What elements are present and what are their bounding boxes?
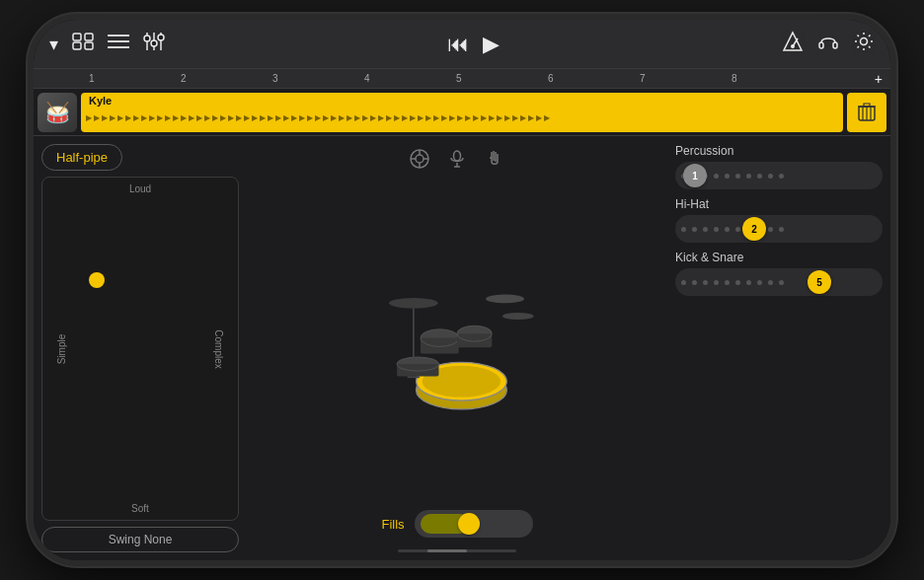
swing-button[interactable]: Swing None: [41, 527, 239, 552]
dropdown-icon[interactable]: ▾: [49, 34, 58, 55]
s-dot: [714, 280, 719, 285]
svg-rect-40: [457, 333, 492, 347]
list-icon[interactable]: [108, 34, 129, 54]
ruler: 1 2 3 4 5 6 7 8 +: [34, 69, 890, 89]
svg-rect-2: [85, 34, 93, 40]
fills-row: Fills: [381, 506, 532, 542]
play-icon[interactable]: ▶: [483, 32, 500, 57]
kicksnare-dots: [681, 280, 877, 285]
s-dot: [746, 280, 751, 285]
s-dot: [757, 280, 762, 285]
svg-point-25: [416, 155, 424, 163]
s-dot: [692, 280, 697, 285]
preset-button[interactable]: Half-pipe: [41, 144, 122, 171]
s-dot: [703, 227, 708, 232]
left-panel: Half-pipe Loud Soft Simple Complex Swing…: [41, 144, 239, 552]
s-dot: [714, 174, 719, 179]
ruler-num-6: 6: [546, 73, 638, 84]
s-dot: [735, 280, 740, 285]
metronome-icon[interactable]: [782, 31, 804, 57]
s-dot: [725, 174, 730, 179]
svg-point-15: [791, 44, 795, 48]
s-dot: [768, 174, 773, 179]
headphones-icon[interactable]: [817, 31, 839, 57]
track-lane[interactable]: Kyle ▶▶▶ ▶▶▶ ▶▶▶ ▶▶▶ ▶▶▶ ▶▶▶ ▶▶▶ ▶▶▶ ▶▶▶…: [81, 93, 843, 132]
svg-point-34: [486, 294, 524, 303]
drum-settings-icon[interactable]: [409, 148, 430, 175]
ruler-num-3: 3: [270, 73, 362, 84]
hand-icon[interactable]: [484, 148, 505, 175]
s-dot: [681, 227, 686, 232]
fills-toggle[interactable]: [415, 510, 533, 538]
toolbar-center: ⏮ ▶: [447, 32, 500, 57]
svg-point-12: [158, 35, 164, 40]
svg-rect-17: [833, 42, 837, 48]
svg-point-18: [861, 38, 868, 45]
toolbar: ▾: [34, 20, 890, 69]
track-name: Kyle: [89, 95, 112, 107]
gear-icon[interactable]: [853, 31, 875, 57]
center-panel: Fills: [247, 144, 667, 552]
kicksnare-slider[interactable]: 5: [675, 268, 883, 296]
percussion-slider[interactable]: 1: [675, 162, 883, 189]
s-dot: [779, 174, 784, 179]
svg-point-10: [144, 36, 150, 41]
hihat-label: Hi-Hat: [675, 197, 883, 211]
ruler-numbers: 1 2 3 4 5 6 7 8: [87, 69, 821, 88]
mixer-icon[interactable]: [143, 33, 165, 55]
view1-icon[interactable]: [72, 33, 94, 55]
fills-label: Fills: [381, 517, 404, 532]
pad-dot[interactable]: [89, 272, 105, 288]
track-thumb-image: 🥁: [38, 93, 77, 132]
drum-kit-visual: [247, 184, 667, 500]
rewind-icon[interactable]: ⏮: [447, 32, 469, 57]
ruler-num-8: 8: [730, 73, 821, 84]
s-dot: [757, 174, 762, 179]
svg-point-30: [454, 151, 461, 161]
s-dot: [746, 174, 751, 179]
pad-label-soft: Soft: [131, 503, 149, 514]
kicksnare-knob[interactable]: 5: [808, 270, 831, 294]
ruler-num-5: 5: [454, 73, 546, 84]
phone-frame: ▾: [28, 14, 896, 566]
track-thumbnail[interactable]: 🥁: [38, 93, 77, 132]
s-dot: [768, 227, 773, 232]
svg-rect-37: [421, 338, 459, 354]
s-dot: [779, 280, 784, 285]
pad-grid[interactable]: Loud Soft Simple Complex: [41, 177, 239, 521]
phone-screen: ▾: [34, 20, 890, 560]
ruler-num-7: 7: [638, 73, 730, 84]
svg-rect-1: [73, 42, 81, 49]
add-track-icon[interactable]: +: [875, 71, 883, 87]
s-dot: [768, 280, 773, 285]
svg-rect-16: [819, 42, 823, 48]
svg-rect-48: [397, 364, 438, 376]
percussion-knob[interactable]: 1: [683, 164, 707, 187]
ruler-num-2: 2: [179, 73, 270, 84]
svg-point-35: [502, 313, 534, 320]
toggle-knob: [458, 513, 480, 535]
hihat-slider[interactable]: 2: [675, 215, 883, 243]
fills-scrollbar-thumb: [427, 549, 467, 552]
hihat-knob[interactable]: 2: [742, 217, 766, 241]
hihat-section: Hi-Hat: [675, 197, 883, 243]
s-dot: [725, 280, 730, 285]
fills-scrollbar: [398, 549, 516, 552]
svg-point-11: [151, 40, 157, 46]
track-delete-button[interactable]: [847, 93, 886, 132]
s-dot: [692, 227, 697, 232]
drum-icons-row: [409, 144, 505, 179]
pad-label-simple: Simple: [56, 333, 67, 364]
s-dot: [681, 280, 686, 285]
svg-rect-0: [73, 34, 81, 40]
microphone-icon[interactable]: [446, 148, 468, 175]
pad-label-complex: Complex: [213, 329, 224, 368]
ruler-num-4: 4: [362, 73, 454, 84]
track-beats: ▶▶▶ ▶▶▶ ▶▶▶ ▶▶▶ ▶▶▶ ▶▶▶ ▶▶▶ ▶▶▶ ▶▶▶ ▶▶▶ …: [81, 102, 843, 122]
toolbar-left: ▾: [49, 33, 165, 55]
svg-rect-3: [85, 42, 93, 49]
s-dot: [735, 174, 740, 179]
percussion-dots: [681, 174, 877, 179]
svg-point-33: [389, 298, 437, 309]
right-panel: Percussion: [675, 144, 883, 552]
